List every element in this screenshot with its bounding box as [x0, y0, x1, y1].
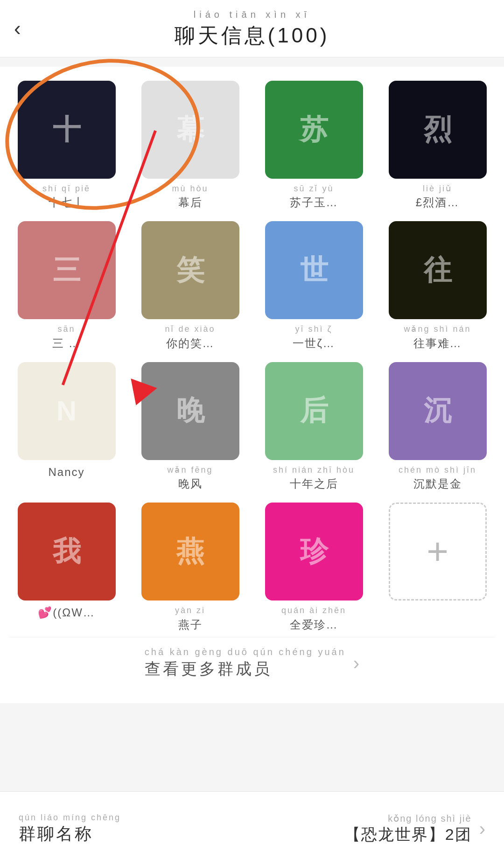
add-member-button[interactable]: +: [380, 503, 495, 632]
member-item-6[interactable]: 笑nǐ de xiào你的笑…: [133, 221, 247, 350]
member-avatar-3: 苏: [265, 81, 363, 179]
member-avatar-2: 幕: [141, 81, 239, 179]
member-pinyin-14: yàn zi: [175, 605, 205, 616]
member-item-8[interactable]: 往wǎng shì nán往事难…: [380, 221, 495, 350]
member-pinyin-4: liè jiǔ: [423, 183, 452, 194]
view-more-button[interactable]: chá kàn gèng duō qún chéng yuán 查看更多群成员 …: [9, 637, 495, 694]
group-pinyin: kǒng lóng shì jiè: [344, 813, 472, 824]
header: ‹ liáo tiān xìn xī 聊天信息(100): [0, 0, 504, 57]
members-section: 十shí qī piē十七丨幕mù hòu幕后苏sū zǐ yù苏子玉…烈liè…: [0, 67, 504, 703]
member-item-13[interactable]: 我💕((ΩW…: [9, 503, 124, 632]
member-avatar-8: 往: [389, 221, 487, 319]
bottom-right[interactable]: kǒng lóng shì jiè 【恐龙世界】2团 ›: [344, 813, 485, 845]
bottom-bar: qún liáo míng chēng 群聊名称 kǒng lóng shì j…: [0, 791, 504, 866]
member-name-13: 💕((ΩW…: [38, 606, 95, 619]
member-avatar-15: 珍: [265, 503, 363, 601]
bottom-left: qún liáo míng chēng 群聊名称: [19, 813, 121, 845]
bottom-left-label: 群聊名称: [19, 824, 93, 843]
member-pinyin-8: wǎng shì nán: [404, 324, 471, 335]
member-item-1[interactable]: 十shí qī piē十七丨: [9, 81, 124, 210]
group-name: 【恐龙世界】2团: [344, 824, 472, 845]
add-member-icon: +: [389, 503, 487, 601]
member-avatar-6: 笑: [141, 221, 239, 319]
member-name-11: 十年之后: [290, 476, 338, 491]
member-item-14[interactable]: 燕yàn zi燕子: [133, 503, 247, 632]
back-button[interactable]: ‹: [14, 17, 21, 40]
member-avatar-7: 世: [265, 221, 363, 319]
member-name-7: 一世ζ…: [293, 336, 335, 351]
bottom-chevron: ›: [479, 818, 485, 839]
member-pinyin-11: shí nián zhī hòu: [273, 465, 355, 475]
member-item-3[interactable]: 苏sū zǐ yù苏子玉…: [257, 81, 371, 210]
member-pinyin-1: shí qī piē: [42, 183, 91, 194]
member-pinyin-2: mù hòu: [172, 183, 208, 194]
member-name-12: 沉默是金: [413, 476, 462, 491]
member-avatar-1: 十: [18, 81, 116, 179]
member-name-3: 苏子玉…: [290, 195, 338, 210]
member-avatar-10: 晚: [141, 362, 239, 460]
member-name-10: 晚风: [178, 476, 203, 491]
member-name-15: 全爱珍…: [290, 617, 338, 632]
member-avatar-13: 我: [18, 503, 116, 601]
member-item-12[interactable]: 沉chén mò shì jīn沉默是金: [380, 362, 495, 491]
member-item-7[interactable]: 世yī shì ζ一世ζ…: [257, 221, 371, 350]
member-pinyin-10: wǎn fēng: [167, 465, 213, 475]
member-item-5[interactable]: 三sān三 …: [9, 221, 124, 350]
member-avatar-11: 后: [265, 362, 363, 460]
member-item-10[interactable]: 晚wǎn fēng晚风: [133, 362, 247, 491]
member-name-2: 幕后: [178, 195, 203, 210]
member-pinyin-15: quán ài zhēn: [281, 605, 346, 616]
member-name-1: 十七丨: [49, 195, 85, 210]
member-avatar-14: 燕: [141, 503, 239, 601]
member-item-9[interactable]: NNancy: [9, 362, 124, 491]
member-name-8: 往事难…: [413, 336, 462, 351]
member-pinyin-3: sū zǐ yù: [294, 183, 334, 194]
member-pinyin-5: sān: [57, 324, 75, 335]
view-more-text: 查看更多群成员: [145, 660, 272, 677]
member-pinyin-6: nǐ de xiào: [165, 324, 215, 335]
member-avatar-5: 三: [18, 221, 116, 319]
member-name-4: £烈酒…: [416, 195, 459, 210]
member-name-6: 你的笑…: [166, 336, 215, 351]
member-avatar-12: 沉: [389, 362, 487, 460]
member-item-15[interactable]: 珍quán ài zhēn全爱珍…: [257, 503, 371, 632]
header-title: 聊天信息(100): [175, 24, 330, 47]
member-name-14: 燕子: [178, 617, 203, 632]
member-item-2[interactable]: 幕mù hòu幕后: [133, 81, 247, 210]
members-grid: 十shí qī piē十七丨幕mù hòu幕后苏sū zǐ yù苏子玉…烈liè…: [9, 81, 495, 632]
member-item-4[interactable]: 烈liè jiǔ£烈酒…: [380, 81, 495, 210]
member-avatar-4: 烈: [389, 81, 487, 179]
member-item-11[interactable]: 后shí nián zhī hòu十年之后: [257, 362, 371, 491]
bottom-left-pinyin: qún liáo míng chēng: [19, 813, 121, 823]
view-more-chevron: ›: [353, 653, 359, 674]
member-pinyin-12: chén mò shì jīn: [399, 465, 476, 475]
member-name-5: 三 …: [52, 336, 81, 351]
member-pinyin-7: yī shì ζ: [295, 324, 333, 335]
header-pinyin: liáo tiān xìn xī: [0, 9, 504, 20]
member-name-9: Nancy: [48, 466, 84, 479]
view-more-pinyin: chá kàn gèng duō qún chéng yuán: [145, 647, 346, 657]
member-avatar-9: N: [18, 362, 116, 460]
